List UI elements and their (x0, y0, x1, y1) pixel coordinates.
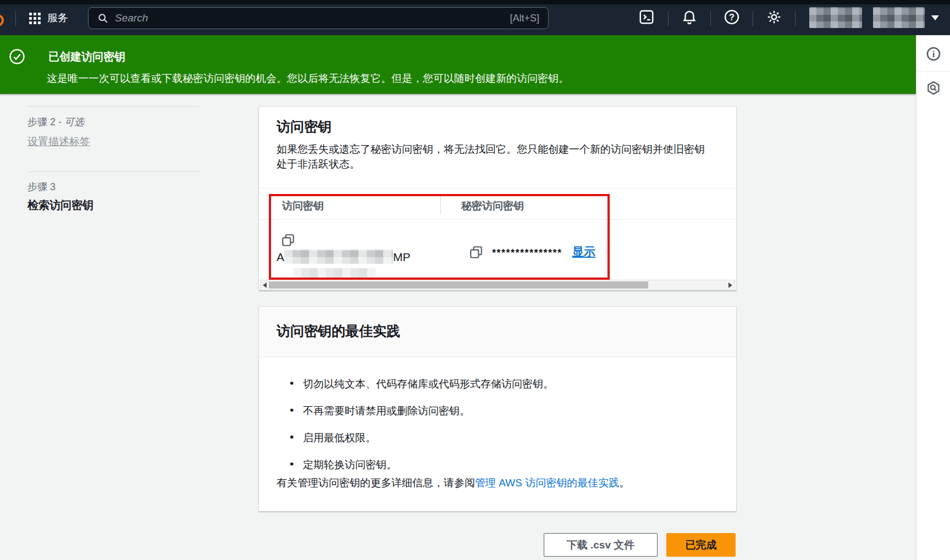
services-grid-icon[interactable] (29, 13, 41, 24)
scrollbar-thumb[interactable] (269, 281, 648, 289)
secret-key-masked: *************** (492, 247, 562, 259)
banner-message: 这是唯一一次可以查看或下载秘密访问密钥的机会。您以后将无法恢复它。但是，您可以随… (47, 71, 569, 86)
step2-prefix: 步骤 2 - (27, 117, 64, 127)
copy-secret-key-icon[interactable] (469, 245, 483, 259)
access-key-suffix: MP (393, 251, 411, 263)
footer-period: 。 (619, 477, 629, 489)
show-secret-link[interactable]: 显示 (572, 244, 595, 259)
step2-label: 步骤 2 - 可选 (27, 115, 84, 129)
nav-divider (795, 11, 796, 26)
access-key-redacted (284, 249, 393, 264)
best-practices-list: 切勿以纯文本、代码存储库或代码形式存储访问密钥。 不再需要时请禁用或删除访问密钥… (290, 377, 554, 485)
banner-title: 已创建访问密钥 (48, 49, 125, 64)
help-icon[interactable]: ? (723, 9, 740, 25)
region-selector-redacted[interactable] (809, 7, 862, 28)
aws-console-page: 服务 Search [Alt+S] ? (0, 0, 950, 560)
search-icon (97, 13, 108, 24)
svg-text:?: ? (729, 12, 734, 22)
success-check-icon (9, 48, 25, 65)
resource-explorer-icon[interactable] (926, 80, 941, 96)
access-key-card-description: 如果您丢失或遗忘了秘密访问密钥，将无法找回它。您只能创建一个新的访问密钥并使旧密… (277, 142, 714, 171)
table-header-border (259, 219, 736, 220)
cloudshell-icon[interactable] (638, 9, 655, 25)
scroll-left-arrow-icon[interactable] (263, 282, 267, 288)
info-panel-icon[interactable]: i (926, 46, 941, 62)
right-utility-rail: i (916, 35, 950, 560)
svg-text:i: i (932, 49, 935, 59)
list-item: 切勿以纯文本、代码存储库或代码形式存储访问密钥。 (290, 377, 554, 391)
best-practices-title: 访问密钥的最佳实践 (277, 322, 400, 340)
best-practices-header: 访问密钥的最佳实践 (259, 307, 736, 357)
account-caret-down-icon[interactable] (931, 15, 939, 20)
rail-divider (916, 71, 950, 72)
nav-divider (753, 11, 753, 26)
services-menu[interactable]: 服务 (47, 11, 68, 25)
account-menu-redacted[interactable] (873, 7, 925, 28)
access-key-value: AMP (277, 249, 411, 264)
done-button[interactable]: 已完成 (666, 533, 736, 557)
horizontal-scrollbar[interactable] (260, 280, 735, 290)
top-navigation-bar: 服务 Search [Alt+S] ? (0, 0, 950, 35)
secret-key-column-header: 秘密访问密钥 (461, 199, 524, 213)
best-practices-card: 访问密钥的最佳实践 切勿以纯文本、代码存储库或代码形式存储访问密钥。 不再需要时… (258, 306, 737, 512)
nav-divider (15, 11, 16, 26)
sidebar-separator (27, 106, 200, 107)
search-placeholder: Search (115, 12, 148, 24)
access-key-prefix: A (277, 251, 284, 263)
table-top-border (259, 188, 736, 188)
nav-divider (710, 11, 711, 26)
list-item: 定期轮换访问密钥。 (290, 458, 554, 472)
access-key-redacted-line2 (293, 268, 375, 279)
access-key-column-header: 访问密钥 (282, 199, 324, 213)
download-csv-button[interactable]: 下载 .csv 文件 (544, 533, 658, 557)
nav-divider (668, 11, 669, 26)
access-key-card: 访问密钥 如果您丢失或遗忘了秘密访问密钥，将无法找回它。您只能创建一个新的访问密… (258, 106, 737, 291)
access-key-card-title: 访问密钥 (277, 118, 332, 136)
sidebar-item-retrieve-access-key: 检索访问密钥 (27, 198, 93, 213)
notifications-bell-icon[interactable] (681, 9, 698, 25)
step3-label: 步骤 3 (27, 180, 56, 193)
footer-text: 有关管理访问密钥的更多详细信息，请参阅 (277, 477, 475, 489)
search-shortcut-hint: [Alt+S] (510, 13, 539, 24)
scroll-right-arrow-icon[interactable] (728, 282, 732, 288)
column-divider (440, 195, 441, 214)
sidebar-item-set-description-tag[interactable]: 设置描述标签 (27, 135, 90, 149)
success-flashbar: 已创建访问密钥 这是唯一一次可以查看或下载秘密访问密钥的机会。您以后将无法恢复它… (0, 35, 916, 94)
copy-access-key-icon[interactable] (281, 233, 295, 247)
best-practices-footer: 有关管理访问密钥的更多详细信息，请参阅管理 AWS 访问密钥的最佳实践。 (277, 476, 629, 490)
manage-keys-link[interactable]: 管理 AWS 访问密钥的最佳实践 (475, 477, 619, 489)
browser-top-strip (0, 0, 950, 4)
aws-logo-partial (0, 14, 4, 26)
list-item: 不再需要时请禁用或删除访问密钥。 (290, 404, 554, 418)
search-input[interactable]: Search [Alt+S] (88, 7, 549, 29)
sidebar-separator (27, 171, 200, 172)
settings-gear-icon[interactable] (766, 9, 782, 25)
step2-optional: 可选 (64, 117, 84, 127)
list-item: 启用最低权限。 (290, 431, 554, 445)
